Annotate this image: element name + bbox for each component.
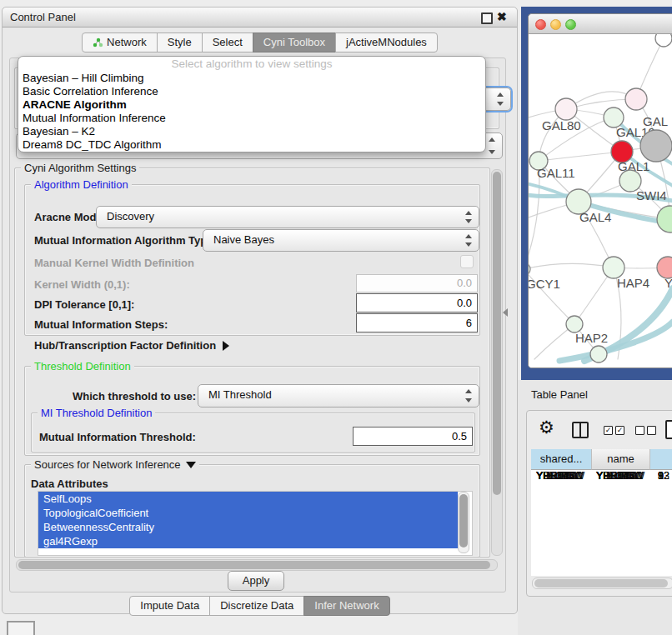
attribute-item[interactable]: TopologicalCoefficient [38, 506, 458, 520]
mi-threshold-group-title: MI Threshold Definition [38, 408, 155, 418]
tab-jactivemnodules[interactable]: jActiveMNodules [335, 32, 438, 52]
checked-checkbox-icon[interactable]: ✓ [615, 426, 624, 435]
control-panel-titlebar[interactable]: Control Panel ✖ [3, 8, 517, 28]
network-window-titlebar[interactable] [529, 14, 672, 34]
attributes-list-scrollbar[interactable] [458, 492, 469, 553]
algorithm-option[interactable]: Dream8 DC_TDC Algorithm [18, 138, 485, 152]
settings-horizontal-scrollbar[interactable] [16, 559, 498, 571]
network-view-window: GALGAL80GAL10GAL1GAL11SWI4GAL4GCY1HAP4YH… [528, 13, 672, 368]
kernel-width-field[interactable]: 0.0 [356, 274, 478, 292]
settings-gear-icon[interactable]: ⚙ [539, 418, 554, 438]
tab-infer-network[interactable]: Infer Network [303, 596, 389, 616]
tab-cyni-toolbox[interactable]: Cyni Toolbox [253, 32, 336, 52]
tab-style[interactable]: Style [157, 32, 203, 52]
tab-impute-data[interactable]: Impute Data [129, 596, 210, 616]
algorithm-option[interactable]: Bayesian – K2 [18, 125, 485, 138]
algorithm-option[interactable]: Basic Correlation Inference [18, 85, 485, 98]
graph-node[interactable] [657, 206, 672, 232]
combo-arrows-icon [464, 385, 473, 407]
graph-node[interactable] [640, 130, 672, 162]
algorithm-option-selected[interactable]: ARACNE Algorithm [18, 98, 485, 112]
graph-node-label: GCY1 [529, 277, 560, 291]
sources-title: Sources for Network Inference [34, 458, 181, 471]
table-cell: YIL052C [596, 470, 637, 482]
apply-button[interactable]: Apply [228, 571, 284, 591]
mi-type-value: Naive Bayes [213, 233, 274, 246]
tab-impute-data-label: Impute Data [140, 599, 199, 612]
attribute-item[interactable]: BetweennessCentrality [38, 520, 458, 534]
table-cell: YIL052C [536, 470, 577, 482]
cyni-algorithm-settings-title: Cyni Algorithm Settings [21, 162, 139, 173]
settings-vertical-scrollbar[interactable] [491, 169, 503, 556]
mi-steps-label: Mutual Information Steps: [34, 318, 168, 331]
graph-node[interactable] [590, 346, 607, 362]
graph-node-label: HAP2 [575, 331, 608, 345]
algorithm-dropdown-popup: Select algorithm to view settings Bayesi… [18, 56, 486, 152]
network-icon [93, 35, 103, 53]
graph-node-gal[interactable] [625, 88, 647, 110]
manual-kernel-label: Manual Kernel Width Definition [34, 257, 194, 269]
combo-arrows-icon [488, 133, 496, 158]
table-rows: YDL19...YDL19...13YDR27...YDR27...12YBR0… [531, 470, 672, 576]
graph-node[interactable] [655, 34, 672, 47]
overview-mini-window[interactable] [7, 621, 35, 635]
graph-node-gcy1[interactable] [529, 262, 530, 276]
graph-node-hap2[interactable] [566, 316, 583, 332]
minimize-traffic-light-icon[interactable] [550, 19, 561, 30]
scrollbar-thumb[interactable] [534, 579, 668, 588]
mi-steps-field[interactable]: 6 [356, 313, 478, 332]
control-panel-title: Control Panel [10, 11, 76, 23]
dpi-tolerance-field[interactable]: 0.0 [356, 293, 478, 312]
graph-node-label: HAP4 [617, 276, 649, 290]
checked-checkbox-icon[interactable]: ✓ [604, 426, 613, 435]
graph-node-label: Y [664, 276, 672, 290]
algorithm-option[interactable]: Mutual Information Inference [18, 112, 485, 125]
mi-threshold-field[interactable]: 0.5 [353, 427, 473, 446]
mi-type-label: Mutual Information Algorithm Type: [34, 234, 217, 247]
zoom-traffic-light-icon[interactable] [565, 19, 576, 30]
aracne-mode-combo[interactable]: Discovery [96, 206, 479, 228]
tab-discretize-data[interactable]: Discretize Data [209, 596, 304, 616]
unchecked-checkbox-icon[interactable] [647, 426, 656, 435]
graph-node-gal80[interactable] [555, 98, 577, 120]
table-row[interactable]: YIL052CYIL052C9 [531, 470, 672, 482]
attribute-item[interactable]: gal4RGexp [38, 534, 458, 548]
column-header-name[interactable]: name [592, 449, 650, 470]
which-threshold-value: MI Threshold [208, 388, 272, 401]
algorithm-option[interactable]: Bayesian – Hill Climbing [18, 72, 485, 85]
float-window-icon[interactable] [481, 12, 493, 24]
sources-toggle[interactable]: Sources for Network Inference [31, 459, 199, 470]
table-cell: 9 [658, 470, 664, 482]
control-panel-window: Control Panel ✖ Network Style Select Cyn… [2, 7, 518, 614]
scrollbar-thumb[interactable] [18, 561, 490, 569]
tab-network[interactable]: Network [82, 32, 158, 52]
data-attributes-list: SelfLoops TopologicalCoefficient Between… [38, 491, 473, 556]
tab-select[interactable]: Select [202, 32, 253, 52]
column-header-shared-name[interactable]: shared... [531, 449, 592, 470]
network-canvas[interactable]: GALGAL80GAL10GAL1GAL11SWI4GAL4GCY1HAP4YH… [529, 34, 672, 368]
algorithm-placeholder-option: Select algorithm to view settings [18, 57, 485, 72]
combo-arrows-icon [464, 230, 473, 251]
mi-type-combo[interactable]: Naive Bayes [203, 229, 479, 252]
combo-arrows-icon [464, 207, 473, 228]
close-icon[interactable]: ✖ [497, 10, 507, 23]
graph-edge[interactable] [539, 152, 622, 161]
table-horizontal-scrollbar[interactable] [532, 578, 672, 589]
split-columns-icon[interactable] [572, 422, 589, 438]
tab-network-label: Network [107, 36, 147, 48]
attribute-item[interactable]: SelfLoops [38, 492, 458, 506]
panel-divider-handle[interactable] [503, 308, 508, 317]
close-traffic-light-icon[interactable] [535, 19, 546, 30]
graph-node-label: GAL4 [579, 210, 611, 224]
scrollbar-thumb[interactable] [459, 494, 468, 548]
graph-edge[interactable] [529, 263, 614, 269]
which-threshold-combo[interactable]: MI Threshold [198, 384, 479, 408]
column-header-partial[interactable] [650, 449, 672, 470]
scrollbar-thumb[interactable] [493, 172, 501, 495]
unchecked-checkbox-icon[interactable] [635, 426, 644, 435]
manual-kernel-checkbox[interactable] [460, 255, 474, 268]
graph-node-label: SWI4 [636, 188, 667, 202]
hub-definition-toggle[interactable]: Hub/Transcription Factor Definition [34, 339, 229, 352]
page-icon[interactable] [665, 420, 672, 439]
algorithm-definition-title: Algorithm Definition [31, 179, 132, 190]
